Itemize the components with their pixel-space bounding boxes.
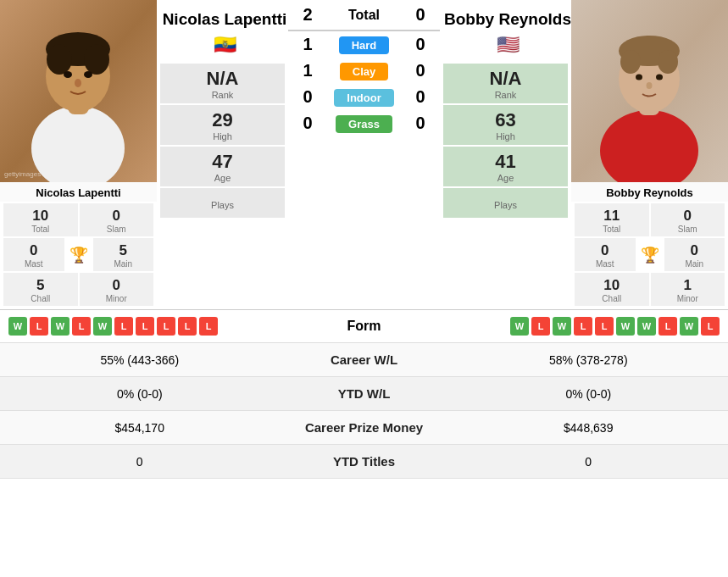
left-minor-lbl: Minor: [81, 294, 153, 303]
left-player-name-tag: Nicolas Lapentti: [0, 182, 157, 202]
left-chall-val: 5: [5, 277, 76, 294]
left-total-val: 10: [5, 208, 76, 225]
right-total-cell: 11 Total: [575, 203, 649, 236]
comp-label-3: YTD Titles: [280, 445, 449, 478]
grass-score-right: 0: [408, 114, 433, 133]
clay-score-left: 1: [295, 61, 320, 80]
right-player-col: Bobby Reynolds 11 Total 0 Slam 0: [571, 0, 728, 309]
left-high-lbl: High: [164, 131, 281, 141]
right-rank-lbl: Rank: [447, 90, 564, 100]
svg-point-5: [47, 44, 72, 75]
right-chall-val: 10: [576, 277, 647, 294]
left-trophy-icon: 🏆: [66, 238, 92, 271]
right-player-photo: [571, 0, 728, 182]
comp-left-0: 55% (443-366): [0, 344, 280, 376]
left-total-lbl: Total: [5, 225, 76, 234]
svg-point-7: [64, 71, 72, 78]
top-center-area: Nicolas Lapentti 🇪🇨 N/A Rank 29 High: [157, 0, 571, 309]
comp-left-1: 0% (0-0): [0, 378, 280, 410]
form-badge-l: L: [595, 317, 614, 336]
comp-row-3: 0 YTD Titles 0: [0, 445, 728, 479]
left-rank-box: N/A Rank: [160, 64, 285, 103]
right-player-name-tag: Bobby Reynolds: [571, 182, 728, 202]
clay-score-right: 0: [408, 61, 433, 80]
indoor-court-row: 0 Indoor 0: [288, 84, 440, 110]
left-minor-cell: 0 Minor: [80, 273, 154, 306]
left-chall-cell: 5 Chall: [3, 273, 78, 306]
form-badge-l: L: [136, 317, 154, 336]
right-high-box: 63 High: [443, 105, 568, 145]
comp-right-0: 58% (378-278): [449, 344, 729, 376]
form-badge-w: W: [510, 317, 529, 336]
left-slam-lbl: Slam: [81, 225, 153, 234]
right-name-stats-col: Bobby Reynolds 🇺🇸 N/A Rank 63 High: [440, 0, 571, 309]
comp-right-1: 0% (0-0): [449, 378, 729, 410]
right-main-cell: 0 Main: [664, 238, 725, 271]
right-total-val: 11: [576, 208, 647, 225]
right-trophy-icon: 🏆: [637, 238, 663, 271]
form-badge-w: W: [637, 317, 656, 336]
page-container: gettyimages Nicolas Lapentti 10 Total 0 …: [0, 0, 728, 479]
right-side-stats: N/A Rank 63 High 41 Age Plays: [440, 60, 571, 221]
form-badge-w: W: [8, 317, 27, 336]
total-score-label: Total: [320, 8, 408, 23]
total-score-right: 0: [408, 5, 433, 25]
svg-point-17: [636, 75, 642, 80]
left-player-name-center: Nicolas Lapentti: [163, 10, 287, 30]
indoor-badge: Indoor: [334, 89, 393, 107]
left-form-badges: WLWLWLLLLL: [8, 317, 297, 336]
right-minor-lbl: Minor: [653, 294, 724, 303]
form-section: WLWLWLLLLL Form WLWLLWWLWL: [0, 310, 728, 343]
right-main-lbl: Main: [666, 259, 724, 269]
right-chall-lbl: Chall: [576, 294, 647, 303]
getty-watermark: gettyimages: [4, 170, 41, 178]
hard-court-row: 1 Hard 0: [288, 31, 440, 58]
comp-label-0: Career W/L: [280, 343, 449, 376]
comp-right-2: $448,639: [449, 412, 729, 444]
indoor-score-left: 0: [295, 87, 320, 107]
form-badge-l: L: [72, 317, 91, 336]
form-badge-w: W: [616, 317, 635, 336]
left-player-col: gettyimages Nicolas Lapentti 10 Total 0 …: [0, 0, 157, 309]
left-age-val: 47: [164, 153, 281, 171]
clay-badge: Clay: [340, 63, 388, 80]
svg-point-18: [656, 75, 663, 80]
form-badge-l: L: [30, 317, 48, 336]
form-badge-l: L: [157, 317, 175, 336]
right-flag: 🇺🇸: [497, 34, 520, 56]
left-total-cell: 10 Total: [3, 203, 78, 236]
right-mast-lbl: Mast: [576, 259, 634, 269]
right-rank-box: N/A Rank: [443, 64, 568, 103]
left-main-cell: 5 Main: [93, 238, 154, 271]
right-name-block: Bobby Reynolds 🇺🇸: [440, 0, 575, 60]
left-rank-val: N/A: [164, 69, 281, 88]
form-badge-l: L: [199, 317, 218, 336]
form-badge-w: W: [680, 317, 698, 336]
form-badge-l: L: [701, 317, 720, 336]
right-minor-cell: 1 Minor: [651, 273, 725, 306]
left-age-box: 47 Age: [160, 147, 285, 186]
comp-row-2: $454,170 Career Prize Money $448,639: [0, 411, 728, 445]
total-score-row: 2 Total 0: [288, 0, 440, 31]
hard-score-left: 1: [295, 35, 320, 54]
hard-score-right: 0: [408, 35, 433, 54]
hard-badge: Hard: [339, 36, 390, 54]
grass-court-row: 0 Grass 0: [288, 110, 440, 136]
comp-right-3: 0: [449, 446, 729, 478]
comp-label-2: Career Prize Money: [280, 411, 449, 444]
right-high-lbl: High: [447, 131, 564, 141]
svg-point-15: [620, 50, 641, 74]
left-player-photo: gettyimages: [0, 0, 157, 182]
form-badge-w: W: [51, 317, 69, 336]
left-mast-cell: 0 Mast: [3, 238, 64, 271]
left-age-lbl: Age: [164, 173, 281, 183]
left-main-val: 5: [95, 242, 153, 259]
right-mast-cell: 0 Mast: [575, 238, 636, 271]
comp-row-1: 0% (0-0) YTD W/L 0% (0-0): [0, 377, 728, 411]
left-player-name: Nicolas Lapentti: [36, 186, 120, 199]
main-row: gettyimages Nicolas Lapentti 10 Total 0 …: [0, 0, 728, 310]
form-badge-l: L: [531, 317, 550, 336]
right-player-name: Bobby Reynolds: [606, 186, 693, 199]
courts-main: 2 Total 0 1 Hard 0 1: [288, 0, 440, 309]
right-total-lbl: Total: [576, 225, 647, 234]
